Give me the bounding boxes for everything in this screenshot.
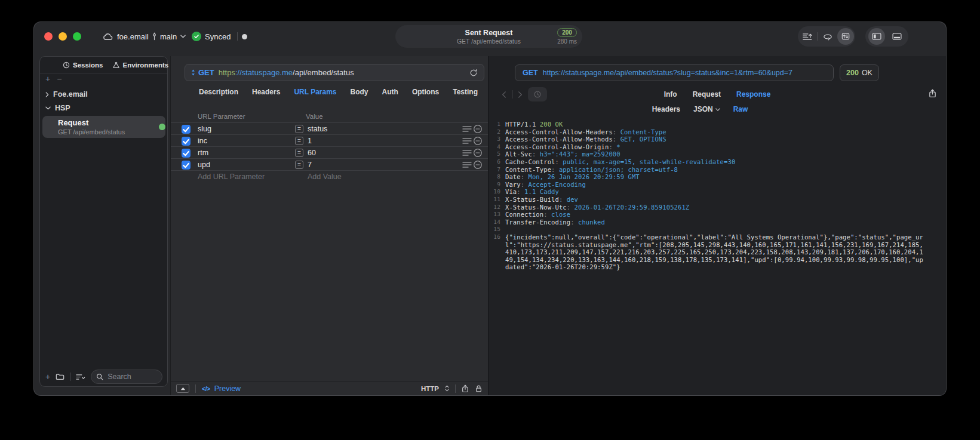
param-value-field[interactable]: 60 [308,149,316,157]
tree-group-label: HSP [55,104,70,112]
lock-icon[interactable] [475,384,483,393]
tab-headers[interactable]: Headers [252,88,280,96]
branch-selector[interactable]: main [152,22,186,51]
tab-testing[interactable]: Testing [453,88,478,96]
tab-response[interactable]: Response [736,90,770,99]
url-text[interactable]: https://statuspage.me/api/embed/status [219,68,354,77]
tab-auth[interactable]: Auth [382,88,398,96]
add-param-row: Add URL ParameterAdd Value [171,170,488,182]
drag-handle-icon[interactable] [462,137,472,144]
tab-request[interactable]: Request [693,90,721,99]
param-name-field[interactable]: upd [198,161,210,169]
sidebar-tabs: Sessions Environments [40,57,167,73]
param-value-field[interactable]: 1 [308,137,312,145]
response-code: 1HTTP/1.1 200 OK2Access-Control-Allow-He… [491,121,942,395]
code-line: 7Content-Type: application/json; charset… [491,166,942,174]
bottom-panel-toggle-icon[interactable] [889,28,905,45]
add-item-icon[interactable]: + [45,75,50,82]
tree-group-hsp[interactable]: HSP [45,103,70,113]
drag-handle-icon[interactable] [462,149,472,156]
share-icon[interactable] [462,384,469,393]
remove-param-icon[interactable] [473,160,483,170]
close-window-button[interactable] [44,32,53,41]
sync-status[interactable]: Synced [192,22,231,51]
add-value-placeholder[interactable]: Add Value [308,173,342,181]
chevron-down-icon [45,106,51,110]
project-switcher[interactable]: foe.email [103,22,149,51]
param-row: slug=status [171,122,488,134]
param-value-field[interactable]: 7 [308,161,312,169]
sync-check-icon [192,32,201,41]
refresh-icon[interactable] [469,69,478,77]
param-value-field[interactable]: status [308,125,327,133]
remove-item-icon[interactable]: − [57,75,62,82]
request-subtitle: GET /api/embed/status [58,128,125,136]
tab-options[interactable]: Options [412,88,439,96]
param-name-field[interactable]: inc [198,137,207,145]
code-line: 12X-Status-Now-Utc: 2026-01-26T20:29:59.… [491,204,942,211]
app-window: foe.email main Synced [34,22,946,395]
param-enabled-checkbox[interactable] [182,137,191,146]
add-param-placeholder[interactable]: Add URL Parameter [198,173,265,181]
param-table-header: URL Parameter Value [171,113,488,122]
tab-environments[interactable]: Environments [112,61,169,69]
tab-description[interactable]: Description [199,88,238,96]
minimize-window-button[interactable] [59,32,67,41]
equals-badge: = [295,137,303,145]
response-tabs: Info Request Response [489,87,946,101]
tab-body[interactable]: Body [351,88,368,96]
expand-panel-button[interactable] [176,384,189,393]
protocol-stepper-icon[interactable] [445,385,449,392]
param-enabled-checkbox[interactable] [182,161,191,170]
view-tab-raw[interactable]: Raw [733,105,748,113]
export-share-icon[interactable] [929,89,936,98]
param-row: rtm=60 [171,146,488,158]
code-line: 4Access-Control-Allow-Origin: * [491,143,942,151]
param-enabled-checkbox[interactable] [182,125,191,134]
method-stepper-icon[interactable] [191,69,195,76]
protocol-selector[interactable]: HTTP [421,385,439,392]
request-url-bar[interactable]: GET https://statuspage.me/api/embed/stat… [185,64,484,81]
param-name-field[interactable]: slug [198,125,211,133]
left-sidebar-toggle-icon[interactable] [868,28,885,45]
param-enabled-checkbox[interactable] [182,149,191,158]
sessions-label: Sessions [73,61,103,69]
tab-info[interactable]: Info [664,90,677,99]
sync-loop-icon[interactable] [819,28,836,45]
param-row: upd=7 [171,158,488,170]
toolbar-divider [817,32,818,41]
tree-group-foe-email[interactable]: Foe.email [45,90,88,99]
sidebar-item-request[interactable]: Request GET /api/embed/status [42,116,165,138]
drag-handle-icon[interactable] [462,125,472,133]
summary-text: Sent Request GET /api/embed/status [395,25,582,48]
zoom-window-button[interactable] [73,32,81,41]
response-url-box[interactable]: GET https://statuspage.me/api/embed/stat… [515,64,834,81]
sent-request-summary[interactable]: Sent Request GET /api/embed/status 200 2… [395,25,582,48]
code-line: 16{"incidents":null,"overall":{"code":"o… [491,233,942,271]
remove-param-icon[interactable] [473,136,483,146]
code-line: 1HTTP/1.1 200 OK [491,121,942,128]
view-tab-json[interactable]: JSON [693,105,720,113]
tab-url-params[interactable]: URL Params [294,88,336,96]
view-tab-headers[interactable]: Headers [652,105,680,113]
new-group-icon[interactable] [56,373,64,380]
preview-button[interactable]: </> Preview [202,384,241,393]
unsaved-dot [242,34,247,39]
new-request-icon[interactable]: + [45,373,50,381]
status-badge: 200 [557,28,577,37]
param-rows: slug=statusinc=1rtm=60upd=7Add URL Param… [171,122,488,182]
remove-param-icon[interactable] [473,148,483,158]
request-title: Request [58,118,88,127]
remove-param-icon[interactable] [473,124,483,134]
send-lines-icon[interactable] [799,28,816,45]
project-name: foe.email [117,32,149,41]
request-response-swap-icon[interactable] [837,28,854,45]
tab-sessions[interactable]: Sessions [63,61,103,69]
response-status-box: 200 OK [840,64,879,81]
param-name-field[interactable]: rtm [198,149,208,157]
status-code: 200 [846,69,859,77]
sort-order-icon[interactable] [76,374,85,380]
drag-handle-icon[interactable] [462,161,472,168]
chevron-down-icon [715,108,720,111]
column-url-parameter: URL Parameter [198,113,245,120]
